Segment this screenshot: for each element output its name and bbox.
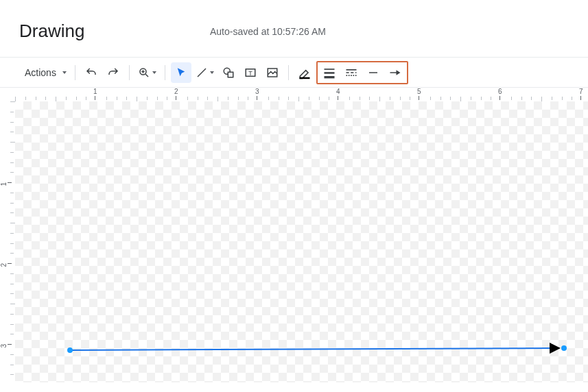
ruler-h-tick-minor [450,97,451,100]
textbox-tool-button[interactable]: T [240,62,261,83]
ruler-h-tick-minor [117,97,117,100]
vertical-ruler: 123 [0,101,15,382]
ruler-v-tick-minor [10,122,14,123]
ruler-h-tick-minor [106,97,107,100]
separator [129,65,130,80]
ruler-h-tick-minor [541,97,542,101]
line-weight-button[interactable] [319,62,340,83]
ruler-h-tick-minor [147,97,148,100]
ruler-h-tick-minor [460,97,461,101]
ruler-h-tick-minor [15,97,16,101]
line-tool-icon [196,66,208,79]
ruler-h-tick-major: 7 [579,88,583,101]
line-dash-icon [344,66,358,79]
ruler-h-tick-minor [66,97,67,100]
line-color-icon [298,66,311,79]
line-start-icon [366,66,380,79]
ruler-v-tick-minor [10,101,15,102]
ruler-h-tick-minor [238,97,239,100]
select-tool-button[interactable] [171,62,191,83]
cursor-icon [175,66,187,79]
ruler-h-tick-minor [288,97,289,100]
zoom-button[interactable] [135,62,159,83]
line-end-button[interactable] [385,62,405,83]
ruler-h-tick-minor [369,97,370,100]
header: Drawing Auto-saved at 10:57:26 AM [0,0,588,58]
ruler-h-tick-minor [126,97,127,100]
drawing-canvas[interactable] [15,101,588,382]
ruler-v-tick-minor [10,233,14,234]
ruler-v-tick-minor [10,212,14,213]
ruler-h-tick-minor [298,97,299,101]
separator [75,65,75,80]
ruler-h-tick-minor [36,97,36,100]
ruler-h-tick-minor [76,97,77,100]
ruler-v-tick-minor [10,253,14,254]
svg-rect-10 [299,77,309,79]
ruler-h-tick-minor [531,97,532,100]
ruler-h-tick-minor [572,97,572,100]
ruler-h-tick-minor [521,97,522,100]
ruler-h-tick-minor [207,97,208,100]
arrow-object[interactable] [15,101,588,382]
ruler-v-tick-minor [10,132,14,132]
actions-menu[interactable]: Actions [16,62,69,83]
line-weight-icon [322,66,336,79]
ruler-h-tick-major: 6 [498,88,502,101]
ruler-v-tick-minor [10,314,14,315]
undo-button[interactable] [81,62,102,83]
page-title: Drawing [19,21,84,42]
ruler-h-tick-minor [25,97,26,100]
ruler-h-tick-minor [511,97,512,100]
svg-line-1 [145,74,148,77]
line-dash-button[interactable] [341,62,362,83]
ruler-v-tick-major: 1 [0,179,15,186]
line-style-group [316,61,408,84]
ruler-h-tick-minor [86,97,86,100]
svg-rect-11 [324,69,334,70]
autosave-status: Auto-saved at 10:57:26 AM [210,26,326,37]
horizontal-ruler: 1234567 [15,88,588,101]
ruler-v-tick-minor [10,243,14,244]
svg-rect-12 [324,72,334,74]
ruler-h-tick-minor [430,97,431,100]
ruler-v-tick-major: 2 [0,260,15,267]
ruler-v-tick-major: 3 [0,341,15,348]
ruler-h-tick-minor [137,97,137,101]
svg-text:T: T [248,69,252,76]
shape-tool-button[interactable] [218,62,239,83]
ruler-v-tick-minor [10,162,14,163]
caret-down-icon [152,71,156,74]
selection-handle-start[interactable] [67,347,73,353]
ruler-v-tick-minor [10,293,14,294]
ruler-h-tick-minor [157,97,158,100]
ruler-v-tick-minor [10,284,14,284]
ruler-h-tick-minor [349,97,350,100]
ruler-h-tick-minor [268,97,269,100]
canvas-row: 123 [0,101,588,382]
separator [165,65,165,80]
selection-handle-end[interactable] [561,345,567,351]
horizontal-ruler-row: 1234567 [0,88,588,101]
ruler-corner [0,88,15,101]
ruler-h-tick-minor [45,97,46,100]
line-color-button[interactable] [294,62,315,83]
ruler-h-tick-major: 4 [336,88,340,101]
toolbar: Actions T [0,58,588,88]
caret-down-icon [210,71,214,74]
redo-button[interactable] [103,62,124,83]
ruler-h-tick-minor [217,97,218,101]
ruler-v-tick-minor [10,354,14,355]
image-tool-button[interactable] [262,62,283,83]
ruler-h-tick-minor [198,97,198,100]
ruler-v-tick-minor [10,112,14,112]
ruler-v-tick-minor [10,273,14,274]
undo-icon [85,66,97,79]
separator [288,65,289,80]
ruler-h-tick-minor [440,97,441,100]
ruler-h-tick-minor [329,97,329,100]
line-start-button[interactable] [363,62,384,83]
svg-rect-13 [324,76,334,78]
image-icon [266,66,279,79]
line-tool-button[interactable] [193,62,217,83]
